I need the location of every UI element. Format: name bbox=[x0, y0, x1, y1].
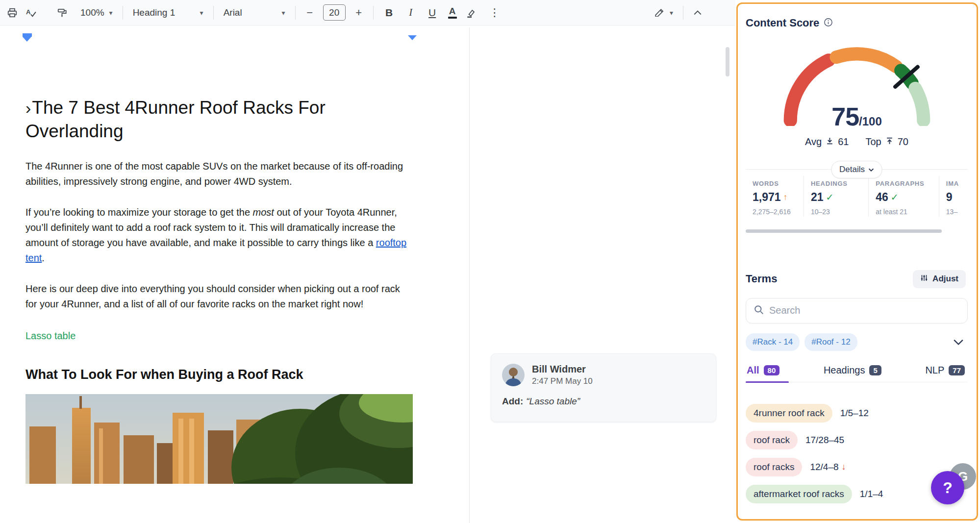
skyline-image bbox=[25, 394, 413, 484]
topic-chip-rack[interactable]: #Rack - 14 bbox=[746, 333, 800, 351]
document-scrollbar[interactable] bbox=[726, 47, 729, 76]
print-button[interactable] bbox=[3, 3, 22, 22]
metric-words: WORDS 1,971↑ 2,275–2,616 bbox=[746, 176, 804, 217]
terms-search[interactable] bbox=[746, 298, 968, 324]
decrease-font-size-button[interactable]: − bbox=[301, 3, 319, 22]
highlighter-icon bbox=[466, 7, 477, 18]
page-edge-line bbox=[469, 27, 470, 523]
metric-images: IMA 9 13– bbox=[939, 176, 968, 217]
tab-nlp-count: 77 bbox=[949, 365, 965, 375]
spellcheck-button[interactable]: A bbox=[22, 3, 40, 22]
toolbar-divider bbox=[213, 6, 214, 20]
text-run: If you’re looking to maximize your stora… bbox=[25, 207, 253, 218]
term-count: 1/1–4 bbox=[860, 489, 883, 499]
lasso-table-note[interactable]: Lasso table bbox=[25, 328, 408, 344]
right-indent-marker[interactable] bbox=[408, 35, 417, 40]
left-indent-marker[interactable] bbox=[23, 33, 32, 42]
heading-collapse-marker[interactable]: › bbox=[25, 99, 31, 117]
trend-up-icon: ↑ bbox=[783, 192, 788, 202]
bold-button[interactable]: B bbox=[378, 3, 400, 22]
svg-text:A: A bbox=[26, 8, 31, 16]
trend-down-icon: ↓ bbox=[842, 462, 846, 472]
font-size-input[interactable]: 20 bbox=[323, 4, 346, 21]
document-page[interactable]: ›The 7 Best 4Runner Roof Racks For Overl… bbox=[25, 59, 408, 484]
help-button[interactable]: ? bbox=[931, 471, 964, 504]
zoom-select[interactable]: 100% ▾ bbox=[75, 3, 118, 22]
term-chip[interactable]: aftermarket roof racks bbox=[746, 485, 852, 503]
active-tab-underline bbox=[746, 381, 789, 383]
comment-card[interactable]: Bill Widmer 2:47 PM May 10 Add:“Lasso ta… bbox=[491, 353, 716, 422]
metrics-section: Details WORDS 1,971↑ 2,275–2,616 HEADING… bbox=[746, 169, 968, 233]
info-icon[interactable] bbox=[824, 18, 833, 29]
chevron-down-icon: ▾ bbox=[200, 9, 203, 17]
average-score: Avg 61 bbox=[805, 136, 849, 148]
topic-chip-roof[interactable]: #Roof - 12 bbox=[804, 333, 857, 351]
paint-format-button[interactable] bbox=[53, 3, 72, 22]
paragraph-3[interactable]: Here is our deep dive into everything yo… bbox=[25, 281, 408, 312]
arrow-down-to-line-icon bbox=[826, 136, 834, 148]
docs-toolbar: A 100% ▾ Heading 1 ▾ Arial bbox=[0, 0, 735, 25]
content-score-panel: Content Score 75/100 bbox=[736, 2, 978, 521]
chevron-up-icon bbox=[693, 10, 702, 16]
tab-nlp[interactable]: NLP 77 bbox=[925, 365, 965, 376]
metrics-row: WORDS 1,971↑ 2,275–2,616 HEADINGS 21✓ 10… bbox=[746, 176, 968, 217]
terms-tabs: All 80 Headings 5 NLP 77 bbox=[746, 365, 968, 382]
paragraph-style-select[interactable]: Heading 1 ▾ bbox=[128, 3, 208, 22]
score-value: 75 bbox=[831, 102, 859, 131]
font-family-select[interactable]: Arial ▾ bbox=[219, 3, 290, 22]
term-count: 17/28–45 bbox=[805, 435, 844, 446]
details-label: Details bbox=[839, 165, 865, 174]
chevron-down-icon: ▾ bbox=[109, 9, 113, 17]
content-score-title: Content Score bbox=[746, 17, 819, 29]
term-chip[interactable]: roof rack bbox=[746, 431, 798, 449]
document-title[interactable]: ›The 7 Best 4Runner Roof Racks For Overl… bbox=[25, 96, 408, 143]
sliders-icon bbox=[920, 274, 928, 284]
collapse-toolbar-button[interactable] bbox=[688, 3, 707, 22]
term-chip[interactable]: 4runner roof rack bbox=[746, 404, 832, 423]
font-value: Arial bbox=[224, 7, 242, 18]
metric-paragraphs: PARAGRAPHS 46✓ at least 21 bbox=[869, 176, 939, 217]
comment-quoted-text: “Lasso table” bbox=[526, 396, 580, 406]
toolbar-divider bbox=[683, 6, 683, 20]
pencil-icon bbox=[654, 6, 665, 19]
text-run: . bbox=[42, 252, 45, 263]
zoom-value: 100% bbox=[80, 7, 104, 18]
search-input[interactable] bbox=[769, 305, 959, 316]
comment-timestamp: 2:47 PM May 10 bbox=[532, 376, 593, 386]
arrow-up-to-line-icon bbox=[885, 136, 894, 148]
increase-font-size-button[interactable]: + bbox=[350, 3, 368, 22]
text-color-button[interactable]: A bbox=[443, 3, 462, 22]
italic-button[interactable]: I bbox=[400, 3, 422, 22]
tab-all[interactable]: All 80 bbox=[747, 365, 779, 376]
expand-chips-button[interactable] bbox=[953, 339, 964, 346]
paragraph-2[interactable]: If you’re looking to maximize your stora… bbox=[25, 205, 408, 266]
check-icon: ✓ bbox=[826, 192, 834, 203]
more-options-button[interactable]: ⋮ bbox=[485, 3, 504, 22]
metrics-scrollbar[interactable] bbox=[746, 229, 942, 233]
tab-headings[interactable]: Headings 5 bbox=[824, 365, 881, 376]
term-count: 1/5–12 bbox=[840, 408, 869, 419]
plus-icon: + bbox=[355, 6, 362, 19]
underline-icon: U bbox=[428, 7, 436, 19]
style-value: Heading 1 bbox=[133, 7, 176, 18]
tab-all-count: 80 bbox=[764, 365, 780, 375]
score-max: /100 bbox=[859, 115, 882, 128]
adjust-button[interactable]: Adjust bbox=[913, 270, 966, 288]
content-score-gauge: 75/100 bbox=[774, 37, 940, 133]
font-size-value: 20 bbox=[329, 7, 339, 18]
top-score: Top 70 bbox=[865, 136, 908, 148]
term-count: 12/4–8↓ bbox=[810, 462, 846, 473]
check-icon: ✓ bbox=[891, 192, 899, 203]
document-heading-2[interactable]: What To Look For when Buying a Roof Rack bbox=[25, 367, 408, 382]
paragraph-1[interactable]: The 4Runner is one of the most capable S… bbox=[25, 159, 408, 189]
italic-text-run: most bbox=[253, 207, 274, 218]
highlight-color-button[interactable] bbox=[462, 3, 480, 22]
comment-action-label: Add: bbox=[502, 396, 523, 406]
term-row: roof racks 12/4–8↓ bbox=[746, 458, 968, 476]
details-button[interactable]: Details bbox=[831, 161, 882, 178]
toolbar-divider bbox=[373, 6, 374, 20]
editing-mode-select[interactable]: ▾ bbox=[649, 3, 678, 22]
underline-button[interactable]: U bbox=[422, 3, 443, 22]
text-color-icon: A bbox=[448, 6, 457, 19]
term-chip[interactable]: roof racks bbox=[746, 458, 802, 476]
